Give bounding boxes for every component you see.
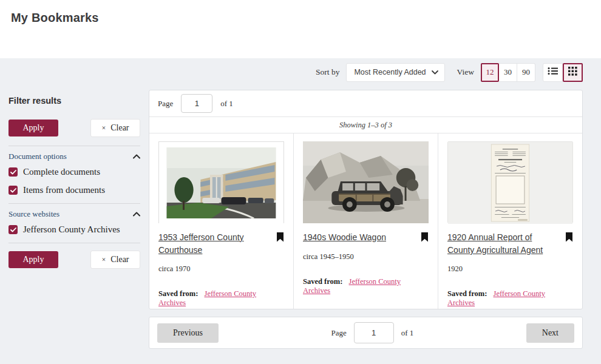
- pagination-bar: Previous Page of 1 Next: [149, 317, 583, 349]
- filter-complete-documents[interactable]: Complete documents: [8, 167, 140, 177]
- card-saved-from: Saved from: Jefferson County Archives: [158, 289, 284, 308]
- pagination-page-input[interactable]: [354, 322, 394, 343]
- next-button[interactable]: Next: [526, 323, 574, 343]
- bookmark-card: 1953 Jefferson County Courthouse circa 1…: [149, 133, 294, 309]
- sidebar-divider: [8, 203, 140, 204]
- list-view-icon: [548, 67, 558, 78]
- sort-dropdown-value: Most Recently Added: [354, 68, 426, 76]
- view-count-group: 12 30 90: [481, 63, 535, 82]
- filter-items-from-documents-label: Items from documents: [23, 185, 105, 195]
- my-bookmarks-page: My Bookmarks Sort by Most Recently Added…: [0, 0, 601, 364]
- filter-sidebar: Filter results Apply ×Clear Document opt…: [8, 96, 140, 277]
- chevron-up-icon: [133, 152, 140, 161]
- chevron-up-icon: [133, 209, 140, 219]
- pagination-of-label: of 1: [401, 328, 414, 338]
- results-panel: Page of 1 Showing 1–3 of 3: [149, 90, 583, 309]
- grid-view-icon: [568, 67, 577, 78]
- page-label: Page: [158, 99, 173, 109]
- checkbox-checked-icon: [8, 167, 18, 177]
- pagination-page-label: Page: [331, 328, 346, 338]
- checkbox-checked-icon: [8, 186, 18, 195]
- filter-buttons-bottom: Apply ×Clear: [8, 251, 140, 269]
- clear-button-label: Clear: [110, 255, 129, 264]
- view-30-button[interactable]: 30: [499, 63, 517, 82]
- card-title-row: 1920 Annual Report of County Agricultura…: [447, 231, 573, 257]
- page-number-row: Page of 1: [149, 90, 582, 117]
- sidebar-divider: [8, 243, 140, 243]
- card-saved-from: Saved from: Jefferson County Archives: [447, 289, 573, 308]
- filter-results-title: Filter results: [8, 96, 140, 106]
- view-label: View: [457, 67, 474, 77]
- saved-from-label: Saved from:: [303, 277, 342, 286]
- clear-button-label: Clear: [110, 123, 129, 132]
- saved-from-label: Saved from:: [158, 289, 198, 298]
- page-number-input[interactable]: [181, 94, 212, 113]
- filter-jefferson-county-archives[interactable]: Jefferson County Archives: [8, 224, 140, 235]
- card-thumbnail-woodie-wagon[interactable]: [303, 141, 429, 223]
- page-header: My Bookmarks: [0, 0, 601, 58]
- page-of-label: of 1: [220, 99, 233, 109]
- apply-button-top[interactable]: Apply: [8, 120, 58, 136]
- view-12-button[interactable]: 12: [481, 63, 499, 82]
- section-document-options-label: Document options: [8, 152, 67, 161]
- section-source-websites[interactable]: Source websites: [8, 209, 140, 219]
- bookmark-card: 1920 Annual Report of County Agricultura…: [438, 133, 582, 309]
- list-view-button[interactable]: [543, 63, 563, 82]
- clear-button-bottom[interactable]: ×Clear: [90, 251, 140, 269]
- apply-button-bottom[interactable]: Apply: [8, 251, 58, 268]
- card-saved-from: Saved from: Jefferson County Archives: [303, 277, 429, 295]
- card-thumbnail-courthouse[interactable]: [158, 141, 284, 223]
- card-title-link[interactable]: 1953 Jefferson County Courthouse: [158, 231, 270, 257]
- card-date: circa 1945–1950: [303, 252, 429, 261]
- clear-x-icon: ×: [101, 124, 106, 132]
- report-document-illustration: [448, 142, 572, 224]
- content-band: Sort by Most Recently Added View 12 30 9…: [0, 58, 601, 364]
- filter-items-from-documents[interactable]: Items from documents: [8, 185, 140, 195]
- results-toolbar: Sort by Most Recently Added View 12 30 9…: [0, 62, 583, 82]
- view-90-button[interactable]: 90: [517, 63, 535, 82]
- saved-from-label: Saved from:: [447, 289, 487, 298]
- card-date: 1920: [447, 265, 573, 274]
- card-title-link[interactable]: 1920 Annual Report of County Agricultura…: [447, 231, 559, 257]
- previous-button[interactable]: Previous: [157, 323, 219, 343]
- sort-by-label: Sort by: [316, 67, 339, 77]
- pagination-page-control: Page of 1: [219, 322, 526, 343]
- layout-toggle-group: [543, 63, 583, 82]
- page-title: My Bookmarks: [11, 11, 99, 25]
- bookmark-icon[interactable]: [421, 232, 429, 244]
- bookmark-card: 1940s Woodie Wagon circa 1945–1950 Saved…: [294, 133, 438, 309]
- chevron-down-icon: [432, 68, 438, 76]
- card-date: circa 1970: [158, 265, 284, 274]
- filter-buttons-top: Apply ×Clear: [8, 119, 140, 137]
- bookmark-icon[interactable]: [276, 232, 284, 244]
- filter-jefferson-county-archives-label: Jefferson County Archives: [23, 224, 120, 235]
- showing-results-text: Showing 1–3 of 3: [149, 117, 582, 133]
- card-title-row: 1953 Jefferson County Courthouse: [158, 231, 284, 257]
- clear-x-icon: ×: [101, 255, 106, 264]
- card-title-link[interactable]: 1940s Woodie Wagon: [303, 231, 386, 244]
- card-thumbnail-report-document[interactable]: [447, 141, 573, 223]
- filter-complete-documents-label: Complete documents: [23, 167, 100, 177]
- card-title-row: 1940s Woodie Wagon: [303, 231, 429, 244]
- clear-button-top[interactable]: ×Clear: [90, 119, 140, 137]
- sidebar-divider: [8, 146, 140, 146]
- section-source-websites-label: Source websites: [8, 209, 59, 219]
- section-document-options[interactable]: Document options: [8, 152, 140, 161]
- bookmark-icon[interactable]: [565, 232, 573, 244]
- grid-view-button[interactable]: [563, 63, 583, 82]
- courthouse-photo-illustration: [159, 142, 284, 224]
- sort-dropdown[interactable]: Most Recently Added: [346, 63, 444, 82]
- checkbox-checked-icon: [8, 225, 18, 234]
- woodie-wagon-photo-illustration: [303, 141, 429, 223]
- bookmark-cards-grid: 1953 Jefferson County Courthouse circa 1…: [149, 133, 582, 309]
